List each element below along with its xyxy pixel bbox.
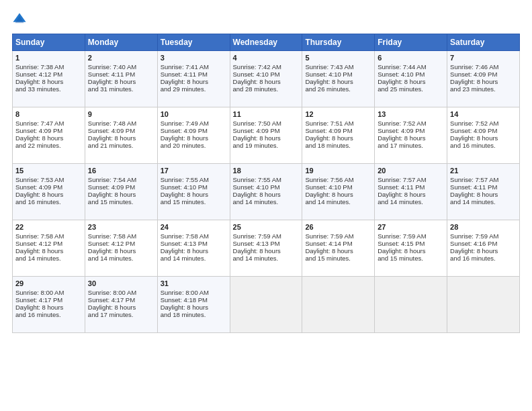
calendar: SundayMondayTuesdayWednesdayThursdayFrid… [12, 34, 520, 333]
cell-line: Sunrise: 7:58 AM [161, 232, 227, 240]
day-number: 30 [88, 279, 154, 287]
day-number: 15 [15, 167, 82, 175]
cell-line: Daylight: 8 hours [378, 134, 444, 142]
cell-line: Sunset: 4:09 PM [233, 127, 300, 134]
cell-line: Sunrise: 7:58 AM [88, 232, 154, 240]
cell-line: Sunset: 4:18 PM [161, 296, 227, 304]
day-number: 6 [378, 54, 444, 62]
weekday-wednesday: Wednesday [230, 34, 302, 51]
day-number: 16 [88, 167, 154, 175]
cell-line: Daylight: 8 hours [88, 134, 154, 142]
cell-line: Sunset: 4:17 PM [88, 296, 154, 304]
calendar-cell: 29Sunrise: 8:00 AMSunset: 4:17 PMDayligh… [13, 277, 85, 333]
cell-line: Sunset: 4:09 PM [161, 127, 227, 134]
cell-line: and 14 minutes. [15, 255, 82, 262]
cell-line: Sunset: 4:09 PM [88, 183, 154, 191]
weekday-saturday: Saturday [447, 34, 520, 51]
cell-line: Daylight: 8 hours [305, 134, 371, 142]
cell-line: and 29 minutes. [161, 85, 227, 93]
calendar-cell [447, 277, 520, 333]
cell-line: and 17 minutes. [88, 311, 154, 318]
cell-line: Sunset: 4:17 PM [15, 296, 82, 304]
cell-line: and 26 minutes. [305, 85, 371, 93]
cell-line: Daylight: 8 hours [88, 304, 154, 311]
cell-line: Sunrise: 7:58 AM [15, 232, 82, 240]
cell-line: Daylight: 8 hours [15, 134, 82, 142]
day-number: 14 [450, 110, 517, 118]
cell-line: Sunset: 4:09 PM [450, 127, 517, 134]
cell-line: Sunrise: 7:41 AM [161, 63, 227, 71]
cell-line: Daylight: 8 hours [15, 304, 82, 311]
cell-line: Daylight: 8 hours [161, 191, 227, 198]
calendar-week-2: 8Sunrise: 7:47 AMSunset: 4:09 PMDaylight… [13, 107, 520, 164]
cell-line: and 14 minutes. [378, 198, 444, 205]
cell-line: Daylight: 8 hours [450, 191, 517, 198]
calendar-week-3: 15Sunrise: 7:53 AMSunset: 4:09 PMDayligh… [13, 164, 520, 220]
day-number: 8 [15, 110, 82, 118]
calendar-cell: 23Sunrise: 7:58 AMSunset: 4:12 PMDayligh… [85, 220, 157, 277]
day-number: 20 [378, 167, 444, 175]
cell-line: Sunset: 4:13 PM [233, 240, 300, 247]
calendar-header: SundayMondayTuesdayWednesdayThursdayFrid… [13, 34, 520, 51]
day-number: 26 [305, 223, 371, 231]
cell-line: Sunrise: 7:54 AM [88, 176, 154, 183]
calendar-cell: 21Sunrise: 7:57 AMSunset: 4:11 PMDayligh… [447, 164, 520, 220]
cell-line: and 14 minutes. [450, 198, 517, 205]
cell-line: Daylight: 8 hours [161, 134, 227, 142]
cell-line: and 16 minutes. [450, 255, 517, 262]
cell-line: Sunrise: 7:46 AM [450, 63, 517, 71]
cell-line: Sunrise: 7:38 AM [15, 63, 82, 71]
cell-line: Sunrise: 7:53 AM [15, 176, 82, 183]
calendar-cell [230, 277, 302, 333]
cell-line: Daylight: 8 hours [15, 78, 82, 85]
calendar-cell: 6Sunrise: 7:44 AMSunset: 4:10 PMDaylight… [375, 51, 447, 107]
cell-line: Sunrise: 7:52 AM [378, 120, 444, 127]
calendar-cell [375, 277, 447, 333]
cell-line: Sunset: 4:10 PM [161, 183, 227, 191]
calendar-week-5: 29Sunrise: 8:00 AMSunset: 4:17 PMDayligh… [13, 277, 520, 333]
calendar-body: 1Sunrise: 7:38 AMSunset: 4:12 PMDaylight… [13, 51, 520, 333]
cell-line: Daylight: 8 hours [233, 191, 300, 198]
calendar-cell [302, 277, 375, 333]
calendar-cell: 10Sunrise: 7:49 AMSunset: 4:09 PMDayligh… [157, 107, 230, 164]
calendar-cell: 9Sunrise: 7:48 AMSunset: 4:09 PMDaylight… [85, 107, 157, 164]
cell-line: Sunrise: 7:57 AM [378, 176, 444, 183]
calendar-cell: 7Sunrise: 7:46 AMSunset: 4:09 PMDaylight… [447, 51, 520, 107]
day-number: 27 [378, 223, 444, 231]
cell-line: Sunrise: 7:43 AM [305, 63, 371, 71]
cell-line: Sunrise: 8:00 AM [88, 289, 154, 296]
calendar-cell: 20Sunrise: 7:57 AMSunset: 4:11 PMDayligh… [375, 164, 447, 220]
cell-line: Sunrise: 7:42 AM [233, 63, 300, 71]
day-number: 12 [305, 110, 371, 118]
cell-line: and 18 minutes. [161, 311, 227, 318]
cell-line: Sunset: 4:09 PM [305, 127, 371, 134]
cell-line: Sunset: 4:09 PM [88, 127, 154, 134]
day-number: 29 [15, 279, 82, 287]
cell-line: Sunset: 4:09 PM [450, 71, 517, 78]
cell-line: Sunset: 4:11 PM [88, 71, 154, 78]
cell-line: and 14 minutes. [233, 255, 300, 262]
cell-line: Sunset: 4:12 PM [88, 240, 154, 247]
day-number: 3 [161, 54, 227, 62]
cell-line: and 21 minutes. [88, 142, 154, 149]
cell-line: and 23 minutes. [450, 85, 517, 93]
cell-line: and 17 minutes. [378, 142, 444, 149]
cell-line: Sunset: 4:10 PM [305, 183, 371, 191]
logo [12, 12, 30, 27]
header [12, 12, 520, 27]
day-number: 23 [88, 223, 154, 231]
cell-line: Sunset: 4:16 PM [450, 240, 517, 247]
calendar-cell: 2Sunrise: 7:40 AMSunset: 4:11 PMDaylight… [85, 51, 157, 107]
calendar-week-4: 22Sunrise: 7:58 AMSunset: 4:12 PMDayligh… [13, 220, 520, 277]
cell-line: and 16 minutes. [15, 311, 82, 318]
cell-line: Sunset: 4:10 PM [305, 71, 371, 78]
cell-line: Sunrise: 7:59 AM [233, 232, 300, 240]
calendar-cell: 15Sunrise: 7:53 AMSunset: 4:09 PMDayligh… [13, 164, 85, 220]
cell-line: Daylight: 8 hours [15, 191, 82, 198]
day-number: 17 [161, 167, 227, 175]
calendar-cell: 16Sunrise: 7:54 AMSunset: 4:09 PMDayligh… [85, 164, 157, 220]
day-number: 21 [450, 167, 517, 175]
cell-line: Sunset: 4:14 PM [305, 240, 371, 247]
weekday-friday: Friday [375, 34, 447, 51]
day-number: 1 [15, 54, 82, 62]
